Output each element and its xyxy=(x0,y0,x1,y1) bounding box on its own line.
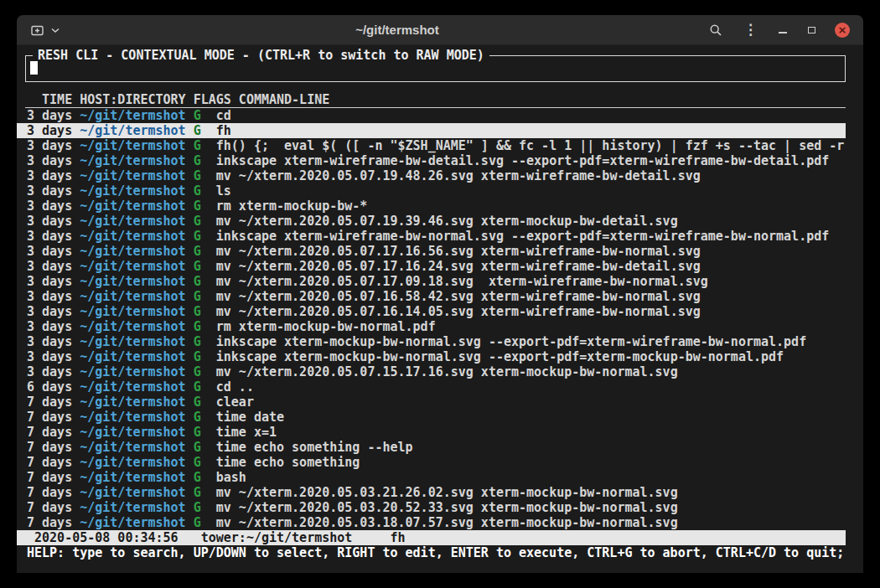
row-time: 3 days xyxy=(27,334,72,349)
table-row[interactable]: 7 days ~/git/termshot G mv ~/xterm.2020.… xyxy=(17,485,846,500)
row-command: time x=1 xyxy=(216,425,277,440)
row-directory: ~/git/termshot xyxy=(80,304,185,319)
row-time: 3 days xyxy=(27,304,72,319)
table-row[interactable]: 3 days ~/git/termshot G mv ~/xterm.2020.… xyxy=(17,214,846,229)
table-row[interactable]: 3 days ~/git/termshot G mv ~/xterm.2020.… xyxy=(17,289,846,304)
row-command: fh() {; eval $( ([ -n "$ZSH_NAME" ] && f… xyxy=(216,138,845,153)
row-directory: ~/git/termshot xyxy=(80,425,185,440)
row-flag: G xyxy=(194,379,201,395)
close-icon: × xyxy=(838,23,847,38)
status-bar: 2020-05-08 00:34:56 tower:~/git/termshot… xyxy=(17,530,846,545)
table-row[interactable]: 7 days ~/git/termshot G mv ~/xterm.2020.… xyxy=(17,500,846,515)
row-flag: G xyxy=(194,395,201,410)
row-time: 3 days xyxy=(27,349,72,364)
row-directory: ~/git/termshot xyxy=(80,138,185,153)
menu-button[interactable]: ⋮ xyxy=(742,22,759,39)
row-directory: ~/git/termshot xyxy=(80,379,185,395)
table-row[interactable]: 7 days ~/git/termshot G time echo someth… xyxy=(17,440,846,455)
row-command: ls xyxy=(216,183,231,199)
terminal[interactable]: RESH CLI - CONTEXTUAL MODE - (CTRL+R to … xyxy=(17,45,863,573)
row-flag: G xyxy=(194,349,201,364)
table-row[interactable]: 3 days ~/git/termshot G mv ~/xterm.2020.… xyxy=(17,274,846,289)
table-row[interactable]: 3 days ~/git/termshot G inkscape xterm-m… xyxy=(17,349,846,364)
row-command: time echo something --help xyxy=(216,440,413,455)
row-flag: G xyxy=(194,229,201,244)
tabs-dropdown-button[interactable] xyxy=(49,25,61,35)
row-flag: G xyxy=(194,334,201,349)
row-command: inkscape xterm-wireframe-bw-normal.svg -… xyxy=(216,229,830,244)
resh-search-box[interactable]: RESH CLI - CONTEXTUAL MODE - (CTRL+R to … xyxy=(25,55,846,82)
text-cursor xyxy=(30,61,38,75)
table-row[interactable]: 7 days ~/git/termshot G time x=1 xyxy=(17,425,846,440)
table-row[interactable]: 3 days ~/git/termshot G mv ~/xterm.2020.… xyxy=(17,244,846,259)
titlebar[interactable]: ~/git/termshot ⋮ × xyxy=(17,15,863,45)
chevron-down-icon xyxy=(51,27,60,34)
row-time: 3 days xyxy=(27,289,72,304)
row-command: time date xyxy=(216,410,284,425)
table-row[interactable]: 3 days ~/git/termshot G inkscape xterm-m… xyxy=(17,334,846,349)
table-row[interactable]: 3 days ~/git/termshot G ls xyxy=(17,183,846,199)
row-flag: G xyxy=(194,410,201,425)
row-flag: G xyxy=(194,289,201,304)
row-directory: ~/git/termshot xyxy=(80,108,185,123)
titlebar-right: ⋮ × xyxy=(674,22,863,39)
table-row[interactable]: 7 days ~/git/termshot G bash xyxy=(17,470,846,485)
row-flag: G xyxy=(194,199,201,214)
close-button[interactable]: × xyxy=(835,23,850,38)
row-flag: G xyxy=(194,123,201,138)
table-row[interactable]: 3 days ~/git/termshot G rm xterm-mockup-… xyxy=(17,319,846,334)
row-directory: ~/git/termshot xyxy=(80,334,185,349)
search-icon xyxy=(709,23,722,37)
row-directory: ~/git/termshot xyxy=(80,244,185,259)
row-directory: ~/git/termshot xyxy=(80,349,185,364)
table-row[interactable]: 7 days ~/git/termshot G mv ~/xterm.2020.… xyxy=(17,515,846,530)
row-directory: ~/git/termshot xyxy=(80,515,185,530)
row-flag: G xyxy=(194,259,201,274)
new-tab-button[interactable] xyxy=(28,22,46,39)
table-row[interactable]: 3 days ~/git/termshot G mv ~/xterm.2020.… xyxy=(17,168,846,183)
table-row[interactable]: 3 days ~/git/termshot G inkscape xterm-w… xyxy=(17,229,846,244)
table-row[interactable]: 3 days ~/git/termshot G cd xyxy=(17,108,846,123)
table-row[interactable]: 3 days ~/git/termshot G mv ~/xterm.2020.… xyxy=(17,364,846,379)
minimize-button[interactable] xyxy=(777,24,789,35)
table-row[interactable]: 7 days ~/git/termshot G time date xyxy=(17,410,846,425)
table-row[interactable]: 7 days ~/git/termshot G clear xyxy=(17,395,846,410)
table-row[interactable]: 3 days ~/git/termshot G inkscape xterm-w… xyxy=(17,153,846,168)
table-row[interactable]: 3 days ~/git/termshot G mv ~/xterm.2020.… xyxy=(17,259,846,274)
row-directory: ~/git/termshot xyxy=(80,199,185,214)
row-command: inkscape xterm-mockup-bw-normal.svg --ex… xyxy=(216,349,784,364)
table-row[interactable]: 3 days ~/git/termshot G fh() {; eval $( … xyxy=(17,138,846,153)
table-row[interactable]: 6 days ~/git/termshot G cd .. xyxy=(17,379,846,395)
row-time: 3 days xyxy=(27,364,72,379)
search-button[interactable] xyxy=(707,22,724,39)
row-time: 7 days xyxy=(27,470,72,485)
row-time: 3 days xyxy=(27,138,72,153)
row-directory: ~/git/termshot xyxy=(80,470,185,485)
row-command: mv ~/xterm.2020.05.03.20.52.33.svg xterm… xyxy=(216,500,678,515)
row-flag: G xyxy=(194,108,201,123)
table-row[interactable]: 3 days ~/git/termshot G fh xyxy=(17,123,846,138)
row-command: mv ~/xterm.2020.05.07.15.17.16.svg xterm… xyxy=(216,364,678,379)
table-row[interactable]: 7 days ~/git/termshot G time echo someth… xyxy=(17,455,846,470)
row-command: cd .. xyxy=(216,379,254,395)
row-time: 3 days xyxy=(27,153,72,168)
row-flag: G xyxy=(194,183,201,199)
row-time: 3 days xyxy=(27,229,72,244)
row-time: 7 days xyxy=(27,515,72,530)
row-directory: ~/git/termshot xyxy=(80,168,185,183)
row-time: 3 days xyxy=(27,168,72,183)
row-directory: ~/git/termshot xyxy=(80,319,185,334)
row-flag: G xyxy=(194,485,201,500)
help-line: HELP: type to search, UP/DOWN to select,… xyxy=(17,545,846,560)
table-row[interactable]: 3 days ~/git/termshot G mv ~/xterm.2020.… xyxy=(17,304,846,319)
restore-button[interactable] xyxy=(806,25,817,35)
table-row[interactable]: 3 days ~/git/termshot G rm xterm-mockup-… xyxy=(17,199,846,214)
row-command: mv ~/xterm.2020.05.07.17.16.56.svg xterm… xyxy=(216,244,701,259)
restore-icon xyxy=(808,27,815,34)
kebab-menu-icon: ⋮ xyxy=(743,23,758,37)
resh-search-box-title: RESH CLI - CONTEXTUAL MODE - (CTRL+R to … xyxy=(33,48,489,64)
row-flag: G xyxy=(194,425,201,440)
row-command: clear xyxy=(216,395,254,410)
row-directory: ~/git/termshot xyxy=(80,410,185,425)
history-rows: 3 days ~/git/termshot G cd3 days ~/git/t… xyxy=(17,108,846,530)
